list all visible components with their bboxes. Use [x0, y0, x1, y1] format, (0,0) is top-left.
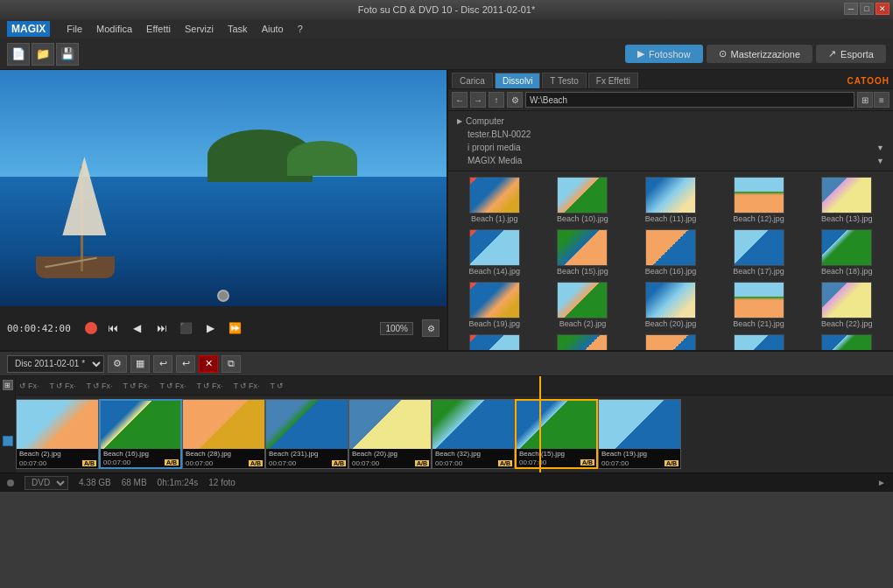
menu-modifica[interactable]: Modifica	[90, 22, 138, 36]
effetti-label: Effetti	[608, 76, 630, 86]
tl-undo2-button[interactable]: ↩	[176, 355, 195, 373]
menu-task[interactable]: Task	[221, 22, 254, 36]
fotoshow-tab[interactable]: ▶ Fotoshow	[625, 45, 703, 63]
close-button[interactable]: ✕	[875, 3, 889, 15]
nav-settings-button[interactable]: ⚙	[507, 92, 523, 108]
browser-tab-carica[interactable]: Carica	[452, 73, 493, 88]
memory-item: 68 MB	[122, 478, 147, 487]
thumb-item-15[interactable]: Beach (22).jpg	[804, 280, 889, 330]
tl-view-button[interactable]: ▦	[130, 355, 150, 373]
open-button[interactable]: 📁	[32, 43, 54, 66]
thumb-item-17[interactable]: Beach (24).jpg	[540, 332, 626, 350]
forward-fast-button[interactable]: ⏩	[227, 319, 244, 337]
thumb-item-8[interactable]: Beach (16).jpg	[628, 228, 714, 277]
window-controls: ─ □ ✕	[844, 3, 889, 15]
thumb-img-12	[557, 282, 608, 318]
maximize-button[interactable]: □	[860, 3, 874, 15]
minimize-button[interactable]: ─	[844, 3, 858, 15]
thumb-item-7[interactable]: Beach (15).jpg	[540, 228, 626, 277]
thumb-img-11	[469, 282, 520, 318]
tree-computer[interactable]: ▶ Computer	[454, 115, 888, 128]
thumb-item-4[interactable]: Beach (12).jpg	[716, 175, 802, 225]
thumb-img-8	[645, 229, 696, 266]
preview-settings-button[interactable]: ⚙	[422, 319, 439, 337]
thumb-label-14: Beach (21).jpg	[733, 319, 785, 328]
status-arrow[interactable]: ►	[877, 478, 886, 487]
clip-3[interactable]: Beach (28).jpg 00:07:00 A/B	[182, 399, 265, 469]
thumb-item-5[interactable]: Beach (13).jpg	[804, 175, 889, 225]
browser-tab-effetti[interactable]: Fx Effetti	[588, 73, 638, 88]
thumb-img-5	[821, 177, 872, 214]
tree-magix-media[interactable]: MAGIX Media ▼	[454, 154, 888, 167]
disc-type-select[interactable]: DVD	[25, 476, 68, 490]
rewind-button[interactable]: ◀	[129, 319, 146, 337]
tree-magix-arrow: ▼	[876, 157, 884, 165]
thumb-item-19[interactable]: Beach (26).jpg	[716, 332, 802, 350]
thumb-item-10[interactable]: Beach (18).jpg	[804, 228, 889, 277]
save-button[interactable]: 💾	[56, 43, 79, 66]
play-button[interactable]: ▶	[202, 319, 220, 337]
nav-back-button[interactable]: ←	[452, 92, 468, 108]
thumb-item-20[interactable]: Beach (27).jpg	[804, 332, 889, 350]
masterizzazione-tab[interactable]: ⊙ Masterizzazione	[707, 45, 812, 63]
clip-5[interactable]: Beach (20).jpg 00:07:00 A/B	[348, 399, 432, 469]
thumb-label-3: Beach (11).jpg	[644, 214, 697, 223]
thumb-img-15	[821, 282, 872, 318]
effetti-icon: Fx	[596, 76, 606, 86]
clip-2-label: Beach (16).jpg	[101, 449, 180, 458]
status-indicator[interactable]	[7, 480, 14, 486]
browser-tab-testo[interactable]: T Testo	[542, 73, 586, 88]
clip-8-thumb	[599, 400, 680, 449]
esporta-tab[interactable]: ↗ Esporta	[816, 45, 886, 63]
browser-tab-dissolvi[interactable]: Dissolvi	[495, 73, 540, 88]
zoom-level: 100%	[380, 322, 413, 335]
tl-copy-button[interactable]: ⧉	[221, 355, 241, 373]
menu-help-icon[interactable]: ?	[292, 22, 309, 36]
clip-6[interactable]: Beach (32).jpg 00:07:00 A/B	[432, 399, 515, 469]
menu-effetti[interactable]: Effetti	[140, 22, 177, 36]
menu-aiuto[interactable]: Aiuto	[256, 22, 290, 36]
menu-file[interactable]: File	[60, 22, 88, 36]
thumb-item-6[interactable]: Beach (14).jpg	[452, 228, 538, 277]
tree-propri-media[interactable]: i propri media ▼	[454, 141, 888, 154]
thumb-img-10	[821, 229, 872, 266]
record-button[interactable]	[85, 322, 97, 334]
clip-7[interactable]: Beach (15).jpg 00:07:00 A/B	[515, 399, 598, 469]
menu-servizi[interactable]: Servizi	[179, 22, 220, 36]
thumb-item-1[interactable]: Beach (1).jpg	[452, 175, 538, 225]
stop-button[interactable]: ⬛	[178, 319, 195, 337]
thumb-item-16[interactable]: Beach (231).jpg	[452, 332, 538, 350]
track-active-indicator[interactable]	[3, 436, 13, 446]
thumb-item-13[interactable]: Beach (20).jpg	[628, 280, 714, 330]
thumb-item-3[interactable]: Beach (11).jpg	[628, 175, 714, 225]
thumb-item-18[interactable]: Beach (25).jpg	[628, 332, 714, 350]
esporta-label: Esporta	[840, 49, 874, 60]
path-bar[interactable]: W:\Beach	[525, 92, 854, 108]
thumb-item-12[interactable]: Beach (2).jpg	[540, 280, 626, 330]
grid-view-button[interactable]: ⊞	[857, 92, 873, 108]
clip-7-label: Beach (15).jpg	[517, 449, 596, 458]
thumb-item-2[interactable]: Beach (10).jpg	[540, 175, 626, 225]
scrubber-handle[interactable]	[217, 290, 229, 302]
thumb-item-11[interactable]: Beach (19).jpg	[452, 280, 538, 330]
export-icon: ↗	[828, 48, 836, 60]
tl-delete-button[interactable]: ✕	[199, 355, 218, 373]
tl-settings-button[interactable]: ⚙	[108, 355, 127, 373]
rewind-fast-button[interactable]: ⏮	[104, 319, 122, 337]
clip-1[interactable]: Beach (2).jpg 00:07:00 A/B	[16, 399, 99, 469]
thumb-item-14[interactable]: Beach (21).jpg	[716, 280, 802, 330]
tree-magix-label: MAGIX Media	[468, 156, 522, 165]
disc-select[interactable]: Disc 2011-02-01 *	[7, 355, 104, 373]
list-view-button[interactable]: ≡	[874, 92, 889, 108]
track-grid-button[interactable]: ⊞	[3, 380, 13, 390]
prev-frame-button[interactable]: ⏭	[153, 319, 171, 337]
clip-8[interactable]: Beach (19).jpg 00:07:00 A/B	[598, 399, 681, 469]
nav-forward-button[interactable]: →	[470, 92, 486, 108]
nav-up-button[interactable]: ↑	[489, 92, 504, 108]
clip-4[interactable]: Beach (231).jpg 00:07:00 A/B	[265, 399, 348, 469]
tl-undo-button[interactable]: ↩	[153, 355, 172, 373]
new-button[interactable]: 📄	[7, 43, 30, 66]
thumb-item-9[interactable]: Beach (17).jpg	[716, 228, 802, 277]
tree-tester[interactable]: tester.BLN-0022	[454, 128, 888, 141]
clip-2[interactable]: Beach (16).jpg 00:07:00 A/B	[99, 399, 182, 469]
